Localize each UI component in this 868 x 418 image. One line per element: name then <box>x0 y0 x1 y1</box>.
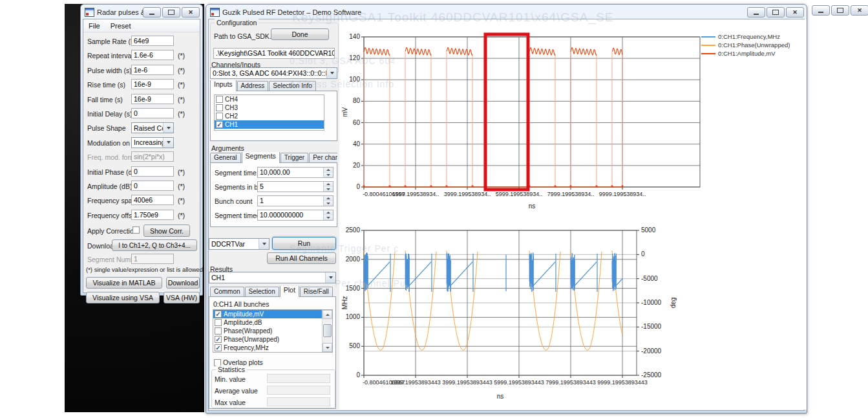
svg-text:1999.19953893443: 1999.19953893443 <box>390 379 441 386</box>
list-item-phase-wrapped-[interactable]: Phase(Wrapped) <box>213 327 323 335</box>
segment-time-ns-spinner[interactable]: 10,000.00 <box>257 167 333 178</box>
vsa-hw--button[interactable]: VSA (HW) <box>164 292 200 303</box>
tab-common[interactable]: Common <box>210 287 244 297</box>
spin-up-button[interactable] <box>324 182 333 187</box>
list-item-ch2[interactable]: CH2 <box>215 112 324 120</box>
spin-up-button[interactable] <box>324 210 333 215</box>
list-item-phase-unwrapped-[interactable]: Phase(Unwrapped) <box>213 335 323 344</box>
guzik-titlebar[interactable]: Guzik Pulsed RF Detector – Demo Software… <box>206 5 807 19</box>
menu-item-preset[interactable]: Preset <box>105 21 136 31</box>
max-value-field[interactable] <box>267 397 330 406</box>
item-checkbox[interactable] <box>216 113 223 120</box>
list-item-ch1[interactable]: CH1 <box>215 120 324 129</box>
outer-maximize-button[interactable] <box>831 5 849 16</box>
svg-text:-20000: -20000 <box>641 347 662 355</box>
bunch-count-spinner[interactable]: 1 <box>257 195 333 206</box>
download-mapping-button[interactable]: I to Ch1+2, Q to Ch3+4... <box>112 239 197 251</box>
tab-rise-fall[interactable]: Rise/Fall <box>300 287 333 297</box>
tab-address[interactable]: Address <box>237 81 269 91</box>
repeat-interval-s--input[interactable]: 1.6e-6 <box>131 50 174 60</box>
item-checkbox[interactable] <box>215 344 222 351</box>
tab-per-channel[interactable]: Per channel <box>309 153 337 163</box>
scroll-up-button[interactable] <box>323 310 332 319</box>
scroll-thumb[interactable] <box>323 324 332 337</box>
guzik-maximize-button[interactable] <box>767 7 785 17</box>
item-checkbox[interactable] <box>215 327 222 335</box>
guzik-minimize-button[interactable] <box>747 7 765 17</box>
radar-close-button[interactable]: ✕ <box>182 7 200 17</box>
segment-number-input[interactable]: 1 <box>131 254 174 264</box>
list-item-frequency-mhz[interactable]: Frequency,MHz <box>213 344 323 352</box>
download-button[interactable]: Download <box>166 277 200 289</box>
list-item-amplitude-mv[interactable]: Amplitude,mV <box>213 310 323 318</box>
initial-phase-deg--input[interactable]: 0 <box>131 166 174 177</box>
segment-timeout-s-spinner[interactable]: 10.000000000 <box>257 210 333 221</box>
run-all-channels-button[interactable]: Run All Channels <box>267 252 336 264</box>
visualize-using-vsa-button[interactable]: Visualize using VSA <box>86 292 160 303</box>
svg-text:9999.19953893443: 9999.19953893443 <box>597 379 648 386</box>
overlap-plots-checkbox[interactable] <box>214 359 221 366</box>
item-checkbox[interactable] <box>216 104 223 111</box>
pulse-width-s--input[interactable]: 1e-6 <box>131 65 174 75</box>
item-checkbox[interactable] <box>215 336 222 343</box>
item-checkbox[interactable] <box>216 96 223 103</box>
spin-up-button[interactable] <box>324 168 333 173</box>
outer-minimize-button[interactable] <box>812 5 830 16</box>
pulse-shape-combo[interactable]: Raised Cosi... <box>131 122 174 133</box>
freq-mod-formula-input[interactable]: sin(2*pi*x) <box>131 151 174 162</box>
spinner-buttons <box>323 196 333 206</box>
results-channel-combo[interactable]: CH1 <box>209 272 336 283</box>
list-scrollbar[interactable] <box>322 310 332 352</box>
radar-minimize-button[interactable] <box>143 7 161 17</box>
radar-titlebar[interactable]: Radar pulses & freq... ✕ <box>81 5 202 19</box>
spin-up-button[interactable] <box>324 196 333 201</box>
menu-item-file[interactable]: File <box>83 21 105 31</box>
modulation-on-pulse-combo[interactable]: Increasing <box>131 137 174 148</box>
done-button[interactable]: Done <box>271 28 329 40</box>
svg-text:500: 500 <box>349 342 360 349</box>
tab-segments[interactable]: Segments <box>242 152 280 163</box>
algorithm-combo[interactable]: DDCRTVar <box>209 238 270 250</box>
channel-device-combo[interactable]: 0:Slot 3, GSA ADC 6044:PXI43::0::0::INST… <box>210 67 337 79</box>
amplitude-db--input[interactable]: 0 <box>131 181 174 191</box>
apply-correction-checkbox[interactable] <box>132 226 140 234</box>
tab-plot[interactable]: Plot <box>280 286 299 297</box>
sample-rate-hz--input[interactable]: 64e9 <box>131 36 174 46</box>
outer-close-button[interactable]: ✕ <box>851 5 868 16</box>
show-correction-button[interactable]: Show Corr. <box>143 225 190 237</box>
tab-inputs[interactable]: Inputs <box>210 80 237 91</box>
svg-text:0:CH1:Amplitude,mV: 0:CH1:Amplitude,mV <box>718 50 776 57</box>
visualize-in-matlab-button[interactable]: Visualize in MATLAB <box>86 277 162 289</box>
sdk-path-input[interactable]: .\Keysight\GSA1 Toolkit 460DDCVAR101\x64… <box>213 48 335 59</box>
item-checkbox[interactable] <box>215 319 222 326</box>
tab-selection-info[interactable]: Selection Info <box>269 81 316 91</box>
spin-down-button[interactable] <box>324 201 333 206</box>
run-button[interactable]: Run <box>272 237 336 250</box>
tab-selection[interactable]: Selection <box>245 287 279 297</box>
item-checkbox[interactable] <box>216 121 223 128</box>
segments-in-bunch-spinner[interactable]: 5 <box>257 181 333 192</box>
spin-down-button[interactable] <box>324 173 333 178</box>
min-value-field[interactable] <box>267 374 330 383</box>
frequency-span-input[interactable]: 400e6 <box>131 195 174 205</box>
maximize-icon <box>837 8 843 13</box>
fall-time-s--input[interactable]: 16e-9 <box>131 94 174 104</box>
radar-maximize-button[interactable] <box>162 7 180 17</box>
list-item-ch3[interactable]: CH3 <box>215 104 324 112</box>
item-checkbox[interactable] <box>215 311 222 318</box>
initial-delay-s--input[interactable]: 0 <box>131 108 174 118</box>
average-value-field[interactable] <box>267 386 330 395</box>
combo-value: Raised Cosi... <box>132 124 163 132</box>
list-item-ch4[interactable]: CH4 <box>215 95 324 104</box>
scroll-down-button[interactable] <box>323 343 332 352</box>
item-label: Phase(Unwrapped) <box>224 336 279 343</box>
rise-time-s--input[interactable]: 16e-9 <box>131 79 174 89</box>
list-item-amplitude-db[interactable]: Amplitude,dB <box>213 318 323 327</box>
svg-text:0: 0 <box>356 183 360 190</box>
spin-down-button[interactable] <box>324 187 333 192</box>
spin-down-button[interactable] <box>324 215 333 221</box>
tab-general[interactable]: General <box>210 153 241 163</box>
frequency-offset-input[interactable]: 1.750e9 <box>131 210 174 220</box>
tab-trigger[interactable]: Trigger <box>281 153 308 163</box>
guzik-close-button[interactable]: ✕ <box>786 7 804 17</box>
